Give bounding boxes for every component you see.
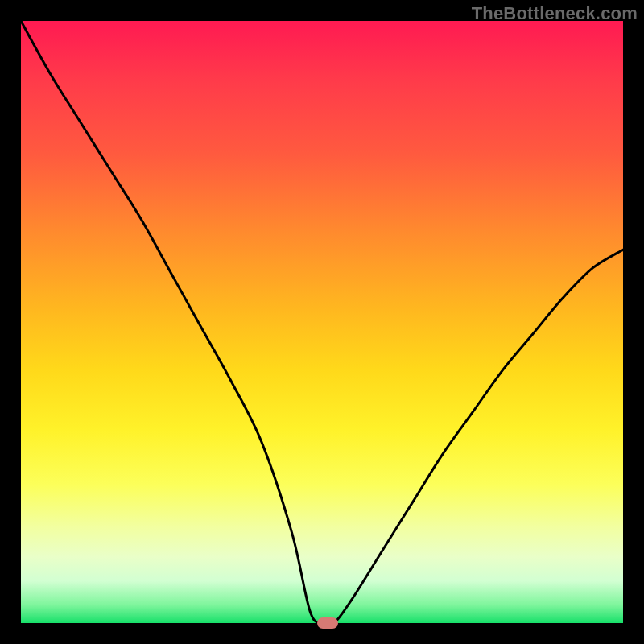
- plot-area: [21, 21, 623, 623]
- watermark-text: TheBottleneck.com: [472, 3, 638, 24]
- optimal-marker: [317, 617, 338, 629]
- bottleneck-curve: [21, 21, 623, 623]
- chart-frame: TheBottleneck.com: [0, 0, 644, 644]
